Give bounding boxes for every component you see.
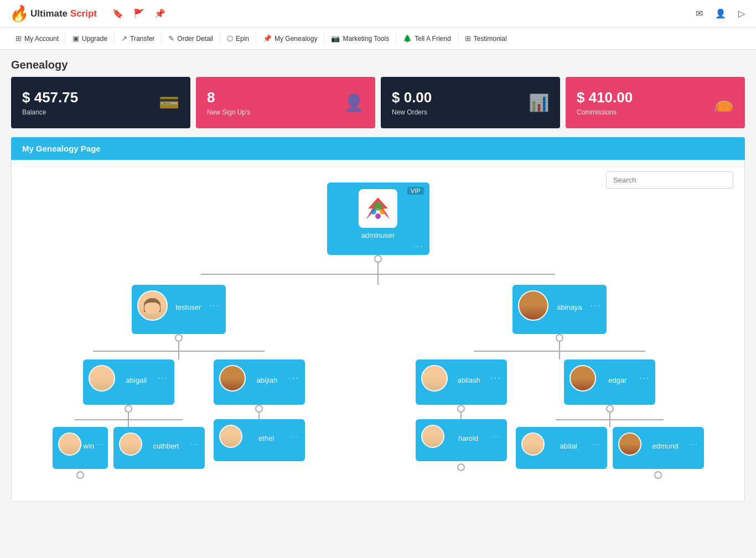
branch-testuser: testuser ··· (53, 285, 305, 479)
node-edgar[interactable]: edgar ··· (564, 359, 655, 405)
edmund-name: edmund (645, 442, 686, 450)
nav-marketing-tools[interactable]: 📷 Marketing Tools (324, 31, 396, 46)
nav-my-account[interactable]: ⊞ My Account (9, 31, 66, 46)
node-abigail[interactable]: abigail ··· (83, 359, 174, 405)
abinaya-dot (556, 334, 563, 342)
adminuser-menu[interactable]: ··· (413, 242, 423, 252)
harold-avatar (421, 425, 444, 448)
stat-commissions: $ 410.00 Commissions 👝 (566, 77, 745, 128)
nav-transfer[interactable]: ↗ Transfer (115, 31, 162, 46)
edgar-menu[interactable]: ··· (639, 373, 650, 383)
svg-point-3 (380, 209, 385, 215)
node-ethel[interactable]: ethel ··· (214, 419, 305, 461)
commissions-label: Commissions (577, 108, 633, 116)
nav-tell-a-friend[interactable]: 🌲 Tell A Friend (396, 31, 458, 46)
h-line-left (201, 274, 377, 275)
abijiah-avatar (219, 365, 246, 392)
search-input[interactable] (606, 171, 733, 189)
node-abinaya[interactable]: abinaya ··· (512, 285, 607, 334)
logo-brand: Ultimate Script (30, 8, 97, 19)
win-menu[interactable]: ··· (96, 440, 105, 448)
branch-win: win ··· (53, 427, 108, 479)
testuser-dot (175, 334, 183, 342)
edmund-menu[interactable]: ··· (689, 440, 698, 448)
node-edmund[interactable]: edmund ··· (613, 427, 704, 469)
commissions-amount: $ 410.00 (577, 89, 633, 106)
abilash-menu[interactable]: ··· (490, 373, 501, 383)
branch-abigail: abigail ··· (53, 359, 205, 479)
flag-icon[interactable]: 🚩 (131, 6, 147, 21)
stat-new-orders: $ 0.00 New Orders 📊 (381, 77, 560, 128)
node-cuthbert[interactable]: cuthbert ··· (113, 427, 205, 469)
harold-bottom-dot (457, 463, 465, 471)
nav-my-genealogy[interactable]: 📌 My Genealogy (256, 31, 324, 46)
nav-testimonial[interactable]: ⊞ Testimonial (458, 31, 514, 46)
harold-menu[interactable]: ··· (492, 432, 501, 440)
level-3-edgar: abital ··· (516, 427, 704, 479)
center-v (377, 274, 379, 285)
abital-avatar (521, 432, 545, 456)
balance-icon: 💳 (159, 93, 179, 112)
abital-menu[interactable]: ··· (592, 440, 601, 448)
tell-friend-icon: 🌲 (403, 34, 412, 43)
win-bottom-dot (76, 471, 84, 479)
testuser-menu[interactable]: ··· (209, 301, 220, 311)
abilash-avatar (421, 365, 448, 392)
h-line-right (379, 274, 555, 275)
header-right-icons: ✉ 👤 ▷ (693, 6, 747, 21)
abigail-name: abigail (118, 376, 155, 384)
cuthbert-name: cuthbert (146, 442, 187, 450)
orders-label: New Orders (392, 108, 432, 116)
nav-epin[interactable]: ⬡ Epin (220, 31, 256, 46)
branch-cuthbert: cuthbert ··· (113, 427, 205, 479)
node-win[interactable]: win ··· (53, 427, 108, 469)
logo: 🔥 Ultimate Script 🔖 🚩 📌 (9, 4, 168, 23)
nav-order-detail[interactable]: ✎ Order Detail (162, 31, 220, 46)
adminuser-name: adminuser (361, 231, 395, 239)
balance-amount: $ 457.75 (22, 89, 78, 106)
order-detail-icon: ✎ (168, 34, 174, 43)
abigail-menu[interactable]: ··· (158, 373, 168, 383)
abilash-name: abilash (451, 376, 488, 384)
node-harold[interactable]: harold ··· (416, 419, 507, 461)
node-abijiah[interactable]: abijiah ··· (214, 359, 305, 405)
win-name: win (84, 442, 95, 450)
forward-icon[interactable]: ▷ (736, 6, 747, 21)
edgar-dot (606, 405, 614, 413)
abital-name: abital (548, 442, 589, 450)
root-v-line (377, 263, 379, 274)
genealogy-body: VIP adminuser ··· (11, 160, 745, 502)
abinaya-menu[interactable]: ··· (591, 301, 601, 311)
level-3-abijiah: ethel ··· (214, 419, 305, 461)
level-3-abigail: win ··· (53, 427, 205, 479)
stat-new-signups: 8 New Sign Up's 👤 (196, 77, 375, 128)
stats-row: $ 457.75 Balance 💳 8 New Sign Up's 👤 $ 0… (0, 77, 756, 137)
ethel-menu[interactable]: ··· (290, 432, 299, 440)
branch-abilash: abilash ··· (416, 359, 507, 479)
cuthbert-menu[interactable]: ··· (190, 440, 199, 448)
logo-icon: 🔥 (9, 4, 28, 23)
vip-badge: VIP (407, 187, 424, 195)
node-abilash[interactable]: abilash ··· (416, 359, 507, 405)
nav-upgrade[interactable]: ▣ Upgrade (66, 31, 115, 46)
bookmark-icon[interactable]: 🔖 (110, 6, 126, 21)
branch-ethel: ethel ··· (214, 419, 305, 461)
level-3-abilash: harold ··· (416, 419, 507, 471)
harold-name: harold (448, 434, 489, 442)
signups-amount: 8 (207, 89, 250, 106)
node-adminuser[interactable]: VIP adminuser ··· (327, 182, 429, 255)
navbar: ⊞ My Account ▣ Upgrade ↗ Transfer ✎ Orde… (0, 28, 756, 50)
branch-edmund: edmund ··· (613, 427, 704, 479)
branch-abijiah: abijiah ··· (214, 359, 305, 479)
abijiah-menu[interactable]: ··· (288, 373, 299, 383)
transfer-icon: ↗ (121, 34, 127, 43)
branch-abital: abital ··· (516, 427, 607, 479)
node-testuser[interactable]: testuser ··· (132, 285, 226, 334)
user-icon[interactable]: 👤 (713, 6, 728, 21)
abijiah-name: abijiah (249, 376, 286, 384)
search-box[interactable] (606, 171, 733, 189)
abinaya-name: abinaya (553, 303, 586, 311)
mail-icon[interactable]: ✉ (693, 6, 705, 21)
node-abital[interactable]: abital ··· (516, 427, 607, 469)
pin-icon[interactable]: 📌 (152, 6, 168, 21)
